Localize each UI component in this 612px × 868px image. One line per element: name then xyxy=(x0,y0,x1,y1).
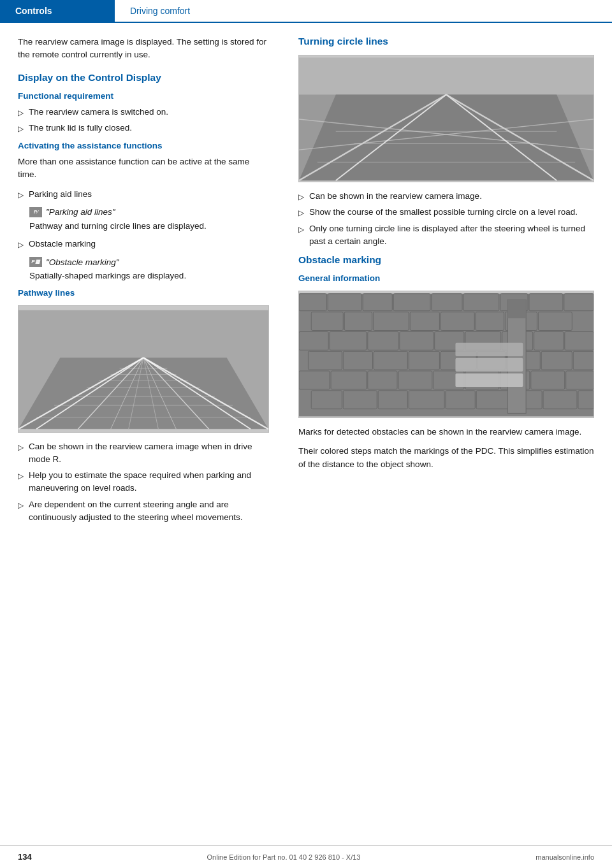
turning-circle-image xyxy=(298,55,594,182)
tab-driving-comfort[interactable]: Driving comfort xyxy=(115,0,205,22)
bullet-arrow-icon: ▷ xyxy=(298,224,304,235)
footer-copyright: Online Edition for Part no. 01 40 2 926 … xyxy=(207,853,361,861)
svg-rect-91 xyxy=(455,373,523,387)
list-item: ▷ Only one turning circle line is displa… xyxy=(298,222,594,249)
list-item: ▷ Help you to estimate the space require… xyxy=(18,469,269,495)
list-item: ▷ Can be shown in the rearview camera im… xyxy=(298,190,594,203)
activating-list: ▷ Parking aid lines xyxy=(18,188,269,201)
footer: 134 Online Edition for Part no. 01 40 2 … xyxy=(0,845,612,868)
svg-rect-88 xyxy=(507,300,526,318)
list-item: ▷ Are dependent on the current steering … xyxy=(18,498,269,524)
obstacle-list: ▷ Obstacle marking xyxy=(18,238,269,250)
bullet-arrow-icon: ▷ xyxy=(18,189,24,201)
functional-bullets: ▷ The rearview camera is switched on. ▷ … xyxy=(18,106,269,135)
turning-bullets: ▷ Can be shown in the rearview camera im… xyxy=(298,190,594,248)
pathway-heading: Pathway lines xyxy=(18,288,269,298)
bullet-arrow-icon: ▷ xyxy=(18,123,24,134)
obstacle-heading: Obstacle marking xyxy=(298,254,594,266)
tab-controls[interactable]: Controls xyxy=(0,0,115,22)
svg-rect-89 xyxy=(455,343,523,356)
driving-comfort-tab-label: Driving comfort xyxy=(130,6,190,16)
bullet-arrow-icon: ▷ xyxy=(298,191,304,203)
parking-aid-icon-line: P⁄ "Parking aid lines" xyxy=(29,207,269,217)
bullet-arrow-icon: ▷ xyxy=(18,107,24,119)
obstacle-marking-icon: P▦ xyxy=(29,257,42,267)
list-item: ▷ Can be shown in the rearview camera im… xyxy=(18,440,269,467)
obstacle-marking-icon-line: P▦ "Obstacle marking" xyxy=(29,257,269,267)
parking-aid-subtext: Pathway and turning circle lines are dis… xyxy=(29,220,269,233)
svg-marker-22 xyxy=(299,95,594,181)
left-column: The rearview camera image is displayed. … xyxy=(0,36,287,530)
bullet-arrow-icon: ▷ xyxy=(18,470,24,482)
turning-heading: Turning circle lines xyxy=(298,36,594,47)
svg-rect-21 xyxy=(299,58,594,95)
bullet-arrow-icon: ▷ xyxy=(18,500,24,511)
functional-heading: Functional requirement xyxy=(18,91,269,101)
main-content: The rearview camera image is displayed. … xyxy=(0,23,612,556)
obstacle-image xyxy=(298,291,594,418)
bullet-arrow-icon: ▷ xyxy=(298,207,304,219)
list-item: ▷ The rearview camera is switched on. xyxy=(18,106,269,119)
header: Controls Driving comfort xyxy=(0,0,612,23)
page-number: 134 xyxy=(18,852,32,862)
footer-site: manualsonline.info xyxy=(536,853,594,861)
intro-text: The rearview camera image is displayed. … xyxy=(18,36,269,62)
obstacle-marking-subtext: Spatially-shaped markings are displayed. xyxy=(29,270,269,282)
display-heading: Display on the Control Display xyxy=(18,72,269,83)
controls-tab-label: Controls xyxy=(15,6,52,16)
pathway-image xyxy=(18,305,269,433)
list-item: ▷ Obstacle marking xyxy=(18,238,269,250)
bullet-arrow-icon: ▷ xyxy=(18,239,24,250)
svg-rect-90 xyxy=(455,358,523,372)
list-item: ▷ Show the course of the smallest possib… xyxy=(298,206,594,219)
obstacle-body1: Marks for detected obstacles can be show… xyxy=(298,426,594,438)
activating-body: More than one assistance function can be… xyxy=(18,156,269,182)
right-column: Turning circle lines xyxy=(287,36,612,530)
pathway-bullets: ▷ Can be shown in the rearview camera im… xyxy=(18,440,269,524)
bullet-arrow-icon: ▷ xyxy=(18,442,24,453)
general-heading: General information xyxy=(298,273,594,283)
activating-heading: Activating the assistance functions xyxy=(18,141,269,150)
obstacle-body2: Their colored steps match the markings o… xyxy=(298,445,594,471)
parking-aid-icon: P⁄ xyxy=(29,207,42,217)
list-item: ▷ The trunk lid is fully closed. xyxy=(18,122,269,134)
list-item: ▷ Parking aid lines xyxy=(18,188,269,201)
